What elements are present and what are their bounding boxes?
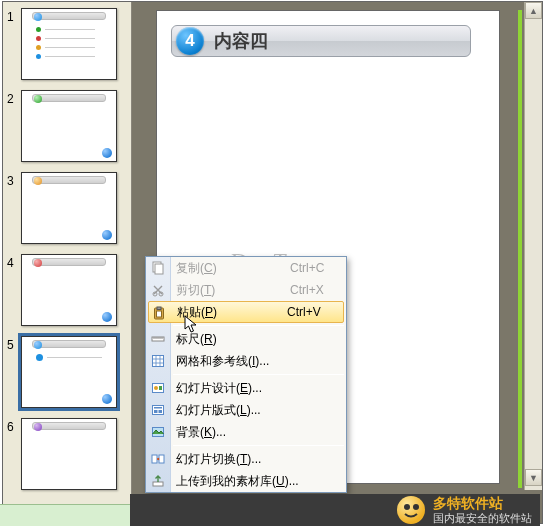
svg-point-20 <box>404 504 410 510</box>
vertical-scrollbar[interactable]: ▲ ▼ <box>524 2 542 490</box>
thumbnail-preview[interactable] <box>21 336 117 408</box>
thumbnail-number: 1 <box>7 8 21 24</box>
design-icon <box>150 380 166 396</box>
transition-icon <box>150 451 166 467</box>
menu-separator <box>173 374 344 375</box>
svg-rect-13 <box>154 407 162 409</box>
thumbnail-number: 5 <box>7 336 21 352</box>
svg-rect-5 <box>157 307 161 310</box>
context-menu[interactable]: 复制(C)Ctrl+C剪切(T)Ctrl+X粘贴(P)Ctrl+V标尺(R)网格… <box>145 256 347 493</box>
slide-thumbnail-panel[interactable]: 1 2 3 <box>3 2 132 523</box>
scroll-down-button[interactable]: ▼ <box>525 469 542 486</box>
thumbnail-number: 4 <box>7 254 21 270</box>
background-icon <box>150 424 166 440</box>
thumbnail-number: 6 <box>7 418 21 434</box>
brand-name: 多特软件站 <box>433 495 503 511</box>
menu-item-shortcut: Ctrl+V <box>287 305 343 319</box>
thumbnail-preview[interactable] <box>21 418 117 490</box>
thumbnail-item[interactable]: 3 <box>7 172 127 244</box>
paste-icon <box>151 305 167 321</box>
svg-rect-19 <box>153 482 163 486</box>
thumbnail-preview[interactable] <box>21 254 117 326</box>
svg-rect-6 <box>157 311 162 317</box>
menu-item-shortcut: Ctrl+C <box>290 261 346 275</box>
thumbnail-number: 2 <box>7 90 21 106</box>
menu-item[interactable]: 幻灯片设计(E)... <box>146 377 346 399</box>
menu-item-label: 上传到我的素材库(U)... <box>176 473 299 490</box>
menu-item-label: 幻灯片切换(T)... <box>176 451 290 468</box>
layout-icon <box>150 402 166 418</box>
thumbnail-item[interactable]: 2 <box>7 90 127 162</box>
svg-rect-11 <box>159 386 162 390</box>
menu-item-label: 网格和参考线(I)... <box>176 353 290 370</box>
title-number-badge: 4 <box>176 27 204 55</box>
menu-item[interactable]: 幻灯片版式(L)... <box>146 399 346 421</box>
brand-tagline: 国内最安全的软件站 <box>433 511 532 526</box>
thumbnail-preview[interactable] <box>21 172 117 244</box>
ruler-icon <box>150 331 166 347</box>
slide-title-text[interactable]: 内容四 <box>214 29 268 53</box>
menu-item-label: 剪切(T) <box>176 282 290 299</box>
menu-item-shortcut: Ctrl+X <box>290 283 346 297</box>
menu-item-label: 复制(C) <box>176 260 290 277</box>
svg-rect-15 <box>159 410 163 413</box>
thumbnail-item[interactable]: 6 <box>7 418 127 490</box>
svg-rect-1 <box>155 264 163 274</box>
svg-point-21 <box>413 504 419 510</box>
accent-strip <box>518 10 522 488</box>
menu-item[interactable]: 标尺(R) <box>146 328 346 350</box>
menu-item-label: 幻灯片设计(E)... <box>176 380 290 397</box>
menu-item-label: 幻灯片版式(L)... <box>176 402 290 419</box>
svg-rect-14 <box>154 410 158 413</box>
menu-item[interactable]: 幻灯片切换(T)... <box>146 448 346 470</box>
brand-footer: 多特软件站 国内最安全的软件站 <box>130 494 540 526</box>
menu-item[interactable]: 上传到我的素材库(U)... <box>146 470 346 492</box>
grid-icon <box>150 353 166 369</box>
copy-icon <box>150 260 166 276</box>
svg-point-10 <box>154 386 158 390</box>
menu-item: 剪切(T)Ctrl+X <box>146 279 346 301</box>
upload-icon <box>150 473 166 489</box>
status-bar <box>0 504 130 526</box>
menu-item-label: 背景(K)... <box>176 424 290 441</box>
thumbnail-item[interactable]: 1 <box>7 8 127 80</box>
svg-rect-18 <box>159 455 164 463</box>
thumbnail-item[interactable]: 5 <box>7 336 127 408</box>
thumbnail-number: 3 <box>7 172 21 188</box>
menu-item[interactable]: 网格和参考线(I)... <box>146 350 346 372</box>
menu-item: 复制(C)Ctrl+C <box>146 257 346 279</box>
thumbnail-preview[interactable] <box>21 8 117 80</box>
cursor-icon <box>184 315 200 335</box>
svg-rect-8 <box>153 356 164 367</box>
thumbnail-preview[interactable] <box>21 90 117 162</box>
slide-title-bar[interactable]: 4 内容四 <box>171 25 471 57</box>
menu-item[interactable]: 粘贴(P)Ctrl+V <box>148 301 344 323</box>
cut-icon <box>150 282 166 298</box>
svg-rect-17 <box>152 455 157 463</box>
menu-item[interactable]: 背景(K)... <box>146 421 346 443</box>
brand-logo-icon <box>397 496 425 524</box>
thumbnail-item[interactable]: 4 <box>7 254 127 326</box>
scroll-up-button[interactable]: ▲ <box>525 2 542 19</box>
menu-separator <box>173 445 344 446</box>
